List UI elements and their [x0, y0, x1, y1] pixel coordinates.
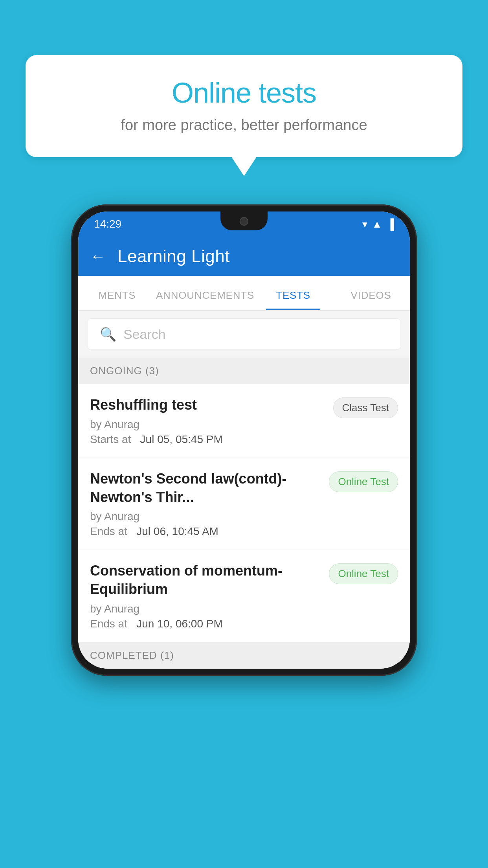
- test-item-2[interactable]: Newton's Second law(contd)-Newton's Thir…: [78, 458, 410, 550]
- test-time-label-2: Ends at: [90, 525, 127, 537]
- speech-bubble-subtitle: for more practice, better performance: [49, 117, 439, 134]
- test-author-3: by Anurag: [90, 603, 321, 615]
- test-time-3: Ends at Jun 10, 06:00 PM: [90, 618, 321, 630]
- completed-section-header: COMPLETED (1): [78, 642, 410, 669]
- tab-announcements[interactable]: ANNOUNCEMENTS: [156, 289, 254, 310]
- search-input-wrapper[interactable]: 🔍 Search: [88, 318, 400, 350]
- phone-outer: 14:29 ▾ ▲ ▐ ← Learning Light MENTS ANNOU…: [71, 204, 417, 676]
- test-time-value-2: Jul 06, 10:45 AM: [136, 525, 218, 537]
- test-list: Reshuffling test by Anurag Starts at Jul…: [78, 384, 410, 642]
- app-title: Learning Light: [117, 246, 230, 266]
- test-time-label-1: Starts at: [90, 433, 131, 445]
- search-icon: 🔍: [100, 326, 116, 342]
- test-author-1: by Anurag: [90, 418, 325, 431]
- test-info-3: Conservation of momentum-Equilibrium by …: [90, 562, 321, 630]
- badge-online-test-2: Online Test: [329, 471, 398, 492]
- wifi-icon: ▾: [362, 218, 367, 230]
- notch: [220, 211, 268, 230]
- tab-tests[interactable]: TESTS: [254, 289, 332, 310]
- speech-bubble: Online tests for more practice, better p…: [26, 55, 462, 157]
- test-time-2: Ends at Jul 06, 10:45 AM: [90, 525, 321, 538]
- battery-icon: ▐: [387, 218, 394, 230]
- status-icons: ▾ ▲ ▐: [362, 218, 394, 230]
- test-item-1[interactable]: Reshuffling test by Anurag Starts at Jul…: [78, 384, 410, 458]
- search-container: 🔍 Search: [78, 311, 410, 358]
- phone-inner: 14:29 ▾ ▲ ▐ ← Learning Light MENTS ANNOU…: [78, 211, 410, 669]
- test-time-label-3: Ends at: [90, 618, 127, 630]
- test-title-1: Reshuffling test: [90, 396, 325, 414]
- app-header: ← Learning Light: [78, 237, 410, 276]
- badge-class-test-1: Class Test: [333, 397, 398, 418]
- speech-bubble-title: Online tests: [49, 77, 439, 109]
- test-info-1: Reshuffling test by Anurag Starts at Jul…: [90, 396, 325, 446]
- ongoing-section-header: ONGOING (3): [78, 358, 410, 384]
- test-author-2: by Anurag: [90, 510, 321, 523]
- test-time-value-1: Jul 05, 05:45 PM: [140, 433, 223, 445]
- camera: [240, 217, 248, 226]
- test-info-2: Newton's Second law(contd)-Newton's Thir…: [90, 470, 321, 538]
- test-title-3: Conservation of momentum-Equilibrium: [90, 562, 321, 599]
- phone-device: 14:29 ▾ ▲ ▐ ← Learning Light MENTS ANNOU…: [71, 204, 417, 676]
- test-item-3[interactable]: Conservation of momentum-Equilibrium by …: [78, 550, 410, 642]
- status-time: 14:29: [94, 218, 121, 230]
- search-placeholder: Search: [123, 327, 166, 342]
- tab-videos[interactable]: VIDEOS: [332, 289, 410, 310]
- badge-online-test-3: Online Test: [329, 563, 398, 584]
- test-time-value-3: Jun 10, 06:00 PM: [136, 618, 222, 630]
- back-button[interactable]: ←: [90, 248, 106, 265]
- tab-ments[interactable]: MENTS: [78, 289, 156, 310]
- test-time-1: Starts at Jul 05, 05:45 PM: [90, 433, 325, 446]
- test-title-2: Newton's Second law(contd)-Newton's Thir…: [90, 470, 321, 507]
- tabs-bar: MENTS ANNOUNCEMENTS TESTS VIDEOS: [78, 276, 410, 311]
- speech-bubble-container: Online tests for more practice, better p…: [26, 55, 462, 157]
- signal-icon: ▲: [372, 218, 382, 230]
- status-bar: 14:29 ▾ ▲ ▐: [78, 211, 410, 237]
